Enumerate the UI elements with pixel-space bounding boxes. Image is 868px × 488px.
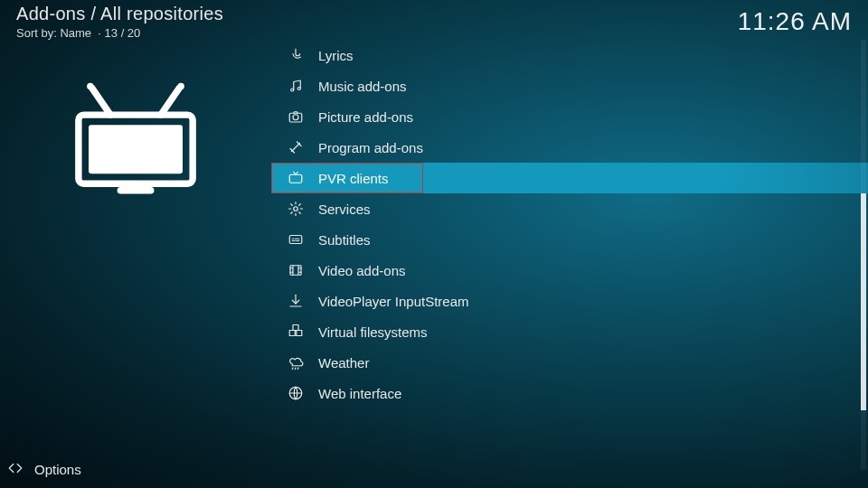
side-panel (0, 0, 271, 488)
sort-field: Name (60, 26, 91, 40)
category-label: Subtitles (318, 232, 371, 248)
globe-icon (286, 385, 306, 401)
category-artwork (0, 81, 271, 199)
camera-icon (286, 108, 306, 125)
svg-point-7 (291, 89, 294, 91)
category-label: Program add-ons (318, 140, 423, 155)
boxes-icon (286, 324, 306, 340)
svg-rect-14 (290, 266, 301, 276)
svg-line-1 (161, 88, 179, 115)
sort-prefix: Sort by: (16, 26, 60, 40)
film-icon (286, 262, 306, 278)
category-row-virtual-filesystems[interactable]: Virtual filesystems (271, 316, 868, 347)
options-label: Options (34, 462, 81, 477)
mic-icon (286, 47, 306, 63)
category-row-videoplayer-inputstream[interactable]: VideoPlayer InputStream (271, 286, 868, 316)
category-label: Video add-ons (318, 263, 405, 278)
svg-point-8 (297, 88, 300, 90)
category-row-subtitles[interactable]: Subtitles (271, 224, 868, 255)
options-arrow-icon (7, 460, 24, 479)
svg-line-0 (92, 88, 110, 115)
svg-rect-16 (297, 331, 302, 336)
sort-line: Sort by: Name · 13 / 20 (16, 26, 223, 40)
list-position: 13 / 20 (105, 26, 141, 40)
svg-rect-17 (293, 325, 298, 331)
download-icon (286, 293, 306, 309)
header: Add-ons / All repositories Sort by: Name… (16, 4, 223, 40)
svg-point-2 (87, 83, 93, 89)
gear-icon (286, 201, 306, 217)
category-list: LyricsMusic add-onsPicture add-onsProgra… (271, 0, 868, 488)
category-row-web-interface[interactable]: Web interface (271, 378, 868, 408)
tv-illustration-icon (68, 81, 203, 199)
tools-icon (286, 139, 306, 155)
options-button[interactable]: Options (7, 460, 81, 479)
svg-rect-15 (289, 331, 295, 336)
category-label: Services (318, 202, 371, 217)
category-label: Web interface (318, 386, 401, 401)
breadcrumb: Add-ons / All repositories (16, 4, 223, 24)
svg-rect-5 (89, 125, 183, 174)
scrollbar-thumb[interactable] (861, 193, 866, 410)
category-row-music-add-ons[interactable]: Music add-ons (271, 70, 868, 101)
svg-rect-13 (289, 236, 302, 244)
category-row-pvr-clients[interactable]: PVR clients (271, 163, 868, 193)
svg-point-10 (293, 115, 298, 120)
category-label: Weather (318, 355, 369, 371)
category-label: Music add-ons (318, 79, 407, 94)
category-label: Picture add-ons (318, 109, 413, 125)
category-row-video-add-ons[interactable]: Video add-ons (271, 255, 868, 286)
svg-rect-11 (289, 174, 302, 183)
music-icon (286, 78, 306, 94)
tv-icon (286, 170, 306, 186)
category-row-program-add-ons[interactable]: Program add-ons (271, 132, 868, 163)
category-row-weather[interactable]: Weather (271, 347, 868, 378)
category-row-picture-add-ons[interactable]: Picture add-ons (271, 101, 868, 132)
subtitle-icon (286, 231, 306, 248)
svg-point-3 (177, 83, 184, 89)
category-label: Virtual filesystems (318, 324, 428, 340)
category-label: Lyrics (318, 48, 354, 63)
category-row-services[interactable]: Services (271, 193, 868, 224)
category-label: PVR clients (318, 171, 389, 186)
svg-point-12 (294, 207, 298, 211)
category-row-lyrics[interactable]: Lyrics (271, 40, 868, 70)
category-label: VideoPlayer InputStream (318, 294, 469, 309)
weather-icon (286, 354, 306, 371)
